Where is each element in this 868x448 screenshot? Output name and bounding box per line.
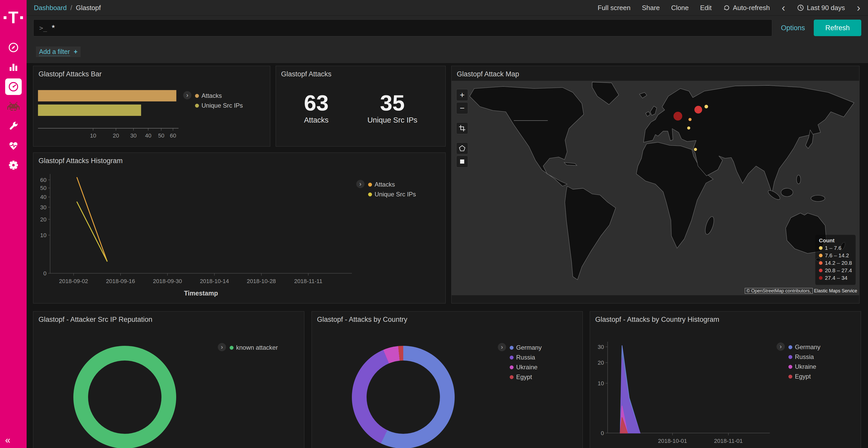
svg-text:60: 60: [40, 177, 46, 183]
refresh-cycle-icon: [723, 4, 730, 11]
options-link[interactable]: Options: [781, 24, 805, 32]
legend-toggle-button[interactable]: ›: [356, 180, 365, 188]
topbar: Dashboard / Glastopf Full screen Share C…: [27, 0, 868, 16]
auto-refresh-button[interactable]: Auto-refresh: [723, 4, 770, 12]
world-map-svg: [452, 81, 859, 295]
svg-text:40: 40: [145, 132, 151, 139]
map-legend: Count 1 – 7.67.6 – 14.214.2 – 20.820.8 –…: [815, 235, 856, 285]
query-value: *: [52, 23, 55, 33]
legend-color-dot: [819, 254, 823, 257]
legend-list: GermanyRussiaUkraineEgypt: [510, 343, 542, 383]
sidebar-item-dashboard[interactable]: [0, 77, 27, 97]
legend-item[interactable]: Ukraine: [510, 364, 542, 371]
panel-attacks-by-country-histogram: Glastopf - Attacks by Country Histogram …: [590, 311, 861, 448]
wrench-icon: [5, 118, 22, 134]
legend-label: Russia: [795, 353, 814, 360]
osm-attribution-link[interactable]: © OpenStreetMap contributors,: [745, 288, 813, 294]
legend-toggle-button[interactable]: ›: [777, 342, 785, 351]
sidebar-item-visualize[interactable]: [0, 57, 27, 77]
legend-item[interactable]: Egypt: [788, 373, 820, 380]
svg-text:2018-10-14: 2018-10-14: [200, 278, 229, 284]
add-filter-label: Add a filter: [39, 48, 70, 56]
legend-item[interactable]: known attacker: [230, 344, 278, 351]
svg-text:2018-09-02: 2018-09-02: [59, 278, 88, 284]
polygon-tool-button[interactable]: [456, 142, 468, 154]
svg-text:30: 30: [40, 204, 46, 211]
map-data-point: [674, 112, 682, 120]
full-screen-button[interactable]: Full screen: [598, 4, 630, 12]
zoom-out-button[interactable]: −: [456, 102, 468, 114]
time-range-button[interactable]: Last 90 days: [797, 4, 845, 12]
sidebar-item-tpot[interactable]: [0, 97, 27, 116]
sidebar-item-management[interactable]: [0, 156, 27, 175]
kibana-app: T « Dashboard / Glastopf Full screen Sha…: [0, 0, 868, 448]
time-back-button[interactable]: ‹: [781, 3, 785, 13]
svg-text:50: 50: [158, 132, 164, 139]
legend-label: Egypt: [516, 373, 532, 381]
svg-text:0: 0: [43, 270, 46, 277]
legend-item[interactable]: Egypt: [510, 373, 542, 381]
crop-tool-button[interactable]: [456, 122, 468, 134]
legend-item[interactable]: Germany: [510, 344, 542, 351]
attacks-histogram-chart: 01020304050602018-09-022018-09-162018-09…: [33, 168, 354, 303]
legend-item[interactable]: Unique Src IPs: [195, 102, 243, 109]
legend-item[interactable]: Russia: [510, 354, 542, 361]
panel-title: Glastopf - Attacks by Country: [312, 311, 583, 326]
dashboard-grid: Glastopf Attacks Bar 102030405060 ›Attac…: [27, 64, 868, 448]
country-histogram-legend: ›GermanyRussiaUkraineEgypt: [777, 342, 820, 383]
legend-item[interactable]: Attacks: [195, 92, 243, 99]
collapse-sidebar-button[interactable]: «: [4, 435, 12, 446]
legend-item[interactable]: Germany: [788, 343, 820, 351]
clock-icon: [797, 4, 804, 11]
metric-label: Attacks: [304, 116, 329, 125]
svg-text:20: 20: [40, 216, 46, 223]
legend-color-dot: [788, 355, 792, 359]
clone-button[interactable]: Clone: [671, 4, 689, 12]
panel-attacker-src-ip-reputation: Glastopf - Attacker Src IP Reputation ›k…: [33, 311, 304, 448]
legend-item[interactable]: Ukraine: [788, 363, 820, 370]
legend-range-label: 27.4 – 34: [825, 275, 847, 281]
legend-item[interactable]: Russia: [788, 353, 820, 360]
world-map[interactable]: + −: [452, 81, 859, 295]
rectangle-tool-button[interactable]: [456, 156, 468, 168]
query-input[interactable]: >_ *: [33, 20, 772, 36]
legend-color-dot: [368, 183, 372, 186]
breadcrumb-dashboard-link[interactable]: Dashboard: [34, 4, 67, 12]
add-filter-button[interactable]: Add a filter +: [36, 46, 81, 57]
map-toolbar: + −: [456, 89, 468, 168]
legend-toggle-button[interactable]: ›: [498, 343, 506, 351]
legend-label: Unique Src IPs: [375, 191, 416, 198]
breadcrumb: Dashboard / Glastopf: [34, 4, 101, 12]
legend-item[interactable]: Attacks: [368, 181, 416, 188]
sidebar-item-discover[interactable]: [0, 38, 27, 57]
legend-color-dot: [788, 365, 792, 369]
legend-range-label: 7.6 – 14.2: [825, 252, 849, 259]
logo-square-left: [4, 16, 6, 19]
edit-button[interactable]: Edit: [700, 4, 712, 12]
sidebar-item-dev-tools[interactable]: [0, 116, 27, 136]
share-button[interactable]: Share: [642, 4, 660, 12]
auto-refresh-label: Auto-refresh: [733, 4, 770, 12]
legend-toggle-button[interactable]: ›: [218, 343, 226, 351]
legend-color-dot: [510, 366, 514, 369]
sidebar-item-monitoring[interactable]: [0, 136, 27, 156]
svg-text:10: 10: [598, 380, 604, 387]
breadcrumb-current: Glastopf: [76, 4, 101, 12]
main-area: Dashboard / Glastopf Full screen Share C…: [27, 0, 868, 448]
legend-list: AttacksUnique Src IPs: [195, 91, 243, 112]
svg-text:30: 30: [598, 344, 604, 350]
topbar-actions: Full screen Share Clone Edit Auto-refres…: [598, 3, 861, 13]
refresh-button[interactable]: Refresh: [814, 20, 861, 36]
panel-glastopf-attack-map: Glastopf Attack Map: [451, 66, 860, 304]
legend-item[interactable]: Unique Src IPs: [368, 191, 416, 198]
telekom-logo: T: [4, 5, 23, 30]
sidebar-nav: [0, 38, 27, 175]
panel-title: Glastopf - Attacks by Country Histogram: [590, 311, 861, 326]
zoom-in-button[interactable]: +: [456, 89, 468, 101]
time-forward-button[interactable]: ›: [857, 3, 861, 13]
legend-toggle-button[interactable]: ›: [183, 91, 191, 99]
panel-glastopf-attacks-histogram: Glastopf Attacks Histogram 0102030405060…: [33, 152, 445, 304]
legend-range-label: 14.2 – 20.8: [825, 260, 852, 266]
legend-range-label: 20.8 – 27.4: [825, 267, 852, 274]
map-legend-item: 20.8 – 27.4: [819, 267, 852, 274]
